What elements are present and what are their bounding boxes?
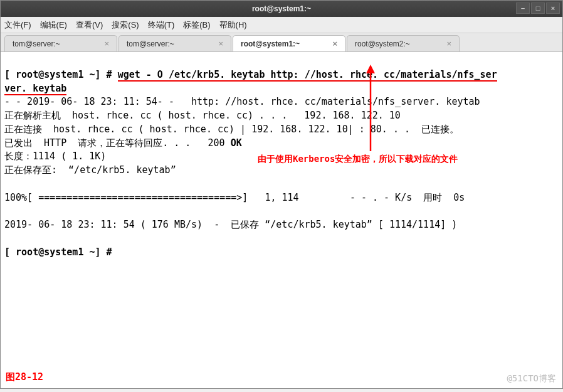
terminal-window: root@system1:~ – □ × 文件(F) 编辑(E) 查看(V) 搜… xyxy=(0,0,563,389)
close-icon[interactable]: × xyxy=(331,39,339,48)
annotation-text: 由于使用Kerberos安全加密，所以下载对应的文件 xyxy=(258,152,458,165)
close-icon[interactable]: × xyxy=(103,39,110,48)
output-line: 正在解析主机 host. rhce. cc ( host. rhce. cc) … xyxy=(4,110,401,121)
menu-search[interactable]: 搜索(S) xyxy=(112,19,139,31)
minimize-button[interactable]: – xyxy=(516,3,530,14)
output-line: 正在保存至: “/etc/krb5. keytab” xyxy=(4,164,176,176)
tab-label: root@system1:~ xyxy=(241,40,300,48)
output-line: 已发出 HTTP 请求，正在等待回应. . . 200 xyxy=(4,137,231,149)
menu-tabs[interactable]: 标签(B) xyxy=(183,19,210,31)
command-highlight: ver. keytab xyxy=(4,83,66,95)
close-icon[interactable]: × xyxy=(445,39,453,48)
menu-edit[interactable]: 编辑(E) xyxy=(40,19,67,31)
prompt: [ root@system1 ~] # xyxy=(4,69,118,80)
command-highlight: wget - O /etc/krb5. keytab http: //host.… xyxy=(118,69,497,82)
prompt: [ root@system1 ~] # xyxy=(4,246,112,258)
watermark: @51CTO博客 xyxy=(507,372,556,384)
menubar: 文件(F) 编辑(E) 查看(V) 搜索(S) 终端(T) 标签(B) 帮助(H… xyxy=(1,17,562,33)
menu-view[interactable]: 查看(V) xyxy=(76,19,103,31)
tab-bar: tom@server:~ × tom@server:~ × root@syste… xyxy=(1,33,562,52)
menu-file[interactable]: 文件(F) xyxy=(4,19,31,31)
output-line: 2019- 06- 18 23: 11: 54 ( 176 MB/s) - 已保… xyxy=(4,219,457,230)
tab-label: tom@server:~ xyxy=(127,40,174,48)
output-line: 正在连接 host. rhce. cc ( host. rhce. cc) | … xyxy=(4,124,459,135)
menu-help[interactable]: 帮助(H) xyxy=(219,19,247,31)
terminal-tab[interactable]: root@system2:~ × xyxy=(347,35,460,51)
close-button[interactable]: × xyxy=(546,3,560,14)
terminal-tab-active[interactable]: root@system1:~ × xyxy=(233,35,345,51)
status-ok: OK xyxy=(231,137,242,149)
terminal-tab[interactable]: tom@server:~ × xyxy=(4,35,117,51)
output-line: - - 2019- 06- 18 23: 11: 54- - http: //h… xyxy=(4,96,480,107)
progress-line: 100%[ ==================================… xyxy=(4,192,465,203)
menu-terminal[interactable]: 终端(T) xyxy=(148,19,175,31)
output-line: 长度：1114 ( 1. 1K) xyxy=(4,151,106,162)
maximize-button[interactable]: □ xyxy=(531,3,545,14)
window-title: root@system1:~ xyxy=(252,4,311,13)
figure-label: 图28-12 xyxy=(6,371,43,384)
terminal-tab[interactable]: tom@server:~ × xyxy=(118,35,231,51)
close-icon[interactable]: × xyxy=(217,39,224,48)
terminal-output[interactable]: [ root@system1 ~] # wget - O /etc/krb5. … xyxy=(1,52,562,388)
tab-label: tom@server:~ xyxy=(13,40,60,48)
window-buttons: – □ × xyxy=(516,3,560,14)
tab-label: root@system2:~ xyxy=(355,40,410,48)
titlebar: root@system1:~ – □ × xyxy=(1,1,562,17)
